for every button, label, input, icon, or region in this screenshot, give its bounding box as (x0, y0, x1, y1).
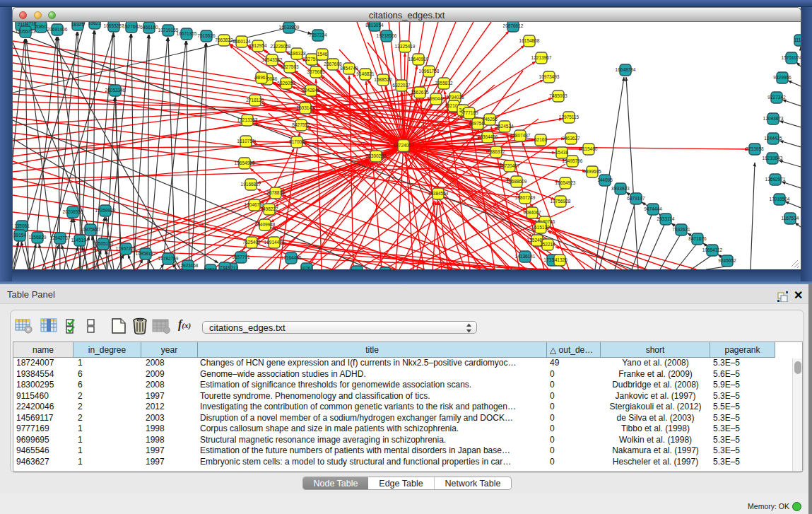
svg-text:12923468: 12923468 (178, 263, 199, 268)
svg-text:8471676: 8471676 (688, 236, 707, 241)
svg-text:16543382: 16543382 (262, 57, 283, 62)
svg-text:17164485: 17164485 (281, 255, 302, 260)
svg-text:1610755: 1610755 (237, 139, 255, 144)
svg-text:16654923: 16654923 (555, 180, 576, 185)
svg-text:2718126: 2718126 (246, 98, 264, 103)
svg-text:1588520: 1588520 (374, 77, 392, 82)
svg-text:746266: 746266 (482, 117, 498, 122)
svg-text:23300293: 23300293 (366, 153, 387, 158)
svg-text:12942737: 12942737 (50, 235, 71, 240)
svg-text:15495796: 15495796 (563, 158, 583, 163)
svg-text:19218506: 19218506 (377, 33, 397, 38)
svg-text:19821: 19821 (88, 22, 101, 25)
svg-text:1156829: 1156829 (29, 235, 47, 240)
svg-text:17359928: 17359928 (95, 208, 116, 213)
svg-text:2603144: 2603144 (296, 105, 314, 110)
svg-text:12505135: 12505135 (93, 241, 114, 246)
svg-text:9115460: 9115460 (580, 146, 598, 151)
svg-text:8427552: 8427552 (292, 122, 310, 127)
svg-text:8186328: 8186328 (288, 51, 306, 56)
svg-text:14055713: 14055713 (16, 29, 36, 34)
svg-text:9227342: 9227342 (767, 95, 786, 100)
svg-text:7357224: 7357224 (309, 33, 327, 37)
svg-text:12213363: 12213363 (237, 117, 258, 122)
svg-text:3624534: 3624534 (495, 124, 514, 129)
svg-text:135061: 135061 (14, 223, 30, 228)
svg-text:98961: 98961 (255, 75, 268, 80)
svg-text:10756928: 10756928 (551, 199, 571, 204)
svg-text:10807487: 10807487 (510, 133, 531, 138)
svg-text:16671355: 16671355 (177, 31, 197, 36)
svg-text:12093873: 12093873 (763, 116, 784, 121)
svg-text:1145194: 1145194 (71, 238, 89, 243)
svg-text:3213958: 3213958 (746, 146, 764, 151)
svg-text:10961758: 10961758 (419, 69, 440, 74)
svg-text:19654983: 19654983 (235, 160, 255, 165)
svg-text:6466160: 6466160 (140, 25, 158, 30)
svg-text:2933114: 2933114 (657, 216, 675, 221)
svg-text:7515526: 7515526 (197, 33, 216, 38)
svg-text:9463627: 9463627 (562, 136, 580, 141)
svg-text:8933923: 8933923 (611, 186, 630, 191)
svg-text:62160: 62160 (534, 137, 547, 142)
svg-text:9146821: 9146821 (356, 71, 375, 76)
svg-text:9242848: 9242848 (302, 88, 320, 93)
svg-text:18640910: 18640910 (408, 57, 429, 62)
svg-text:16033809: 16033809 (279, 25, 300, 30)
svg-text:18325: 18325 (71, 22, 84, 27)
svg-text:20053346: 20053346 (105, 88, 126, 93)
svg-text:19166827: 19166827 (241, 182, 261, 187)
svg-text:20206536: 20206536 (63, 209, 83, 214)
svg-text:141326: 141326 (552, 257, 567, 262)
svg-text:10719155: 10719155 (158, 28, 179, 33)
svg-text:6794028: 6794028 (446, 95, 464, 100)
svg-text:12975115: 12975115 (559, 115, 579, 119)
svg-text:1562615: 1562615 (411, 90, 429, 95)
svg-text:20691406: 20691406 (47, 27, 68, 32)
svg-text:0899695: 0899695 (583, 169, 601, 174)
svg-text:39154: 39154 (13, 233, 26, 238)
svg-text:20364436: 20364436 (478, 134, 498, 139)
svg-text:16154808: 16154808 (519, 38, 540, 43)
svg-text:10958187: 10958187 (136, 251, 156, 256)
svg-text:8660124: 8660124 (233, 39, 251, 44)
svg-text:10653287: 10653287 (104, 23, 124, 28)
svg-text:10688609: 10688609 (507, 179, 527, 184)
svg-text:9327503: 9327503 (281, 64, 299, 69)
svg-text:15438: 15438 (555, 150, 568, 155)
svg-text:18724007: 18724007 (394, 143, 414, 148)
svg-text:17957225: 17957225 (116, 246, 136, 251)
svg-text:7485003: 7485003 (549, 93, 567, 98)
svg-text:16914479: 16914479 (264, 240, 285, 245)
svg-text:3678835: 3678835 (266, 190, 285, 195)
svg-text:9777169: 9777169 (460, 110, 478, 115)
svg-text:10975887: 10975887 (81, 227, 101, 232)
svg-text:252214: 252214 (540, 242, 555, 247)
svg-text:5326058: 5326058 (277, 81, 295, 86)
svg-text:2367608: 2367608 (324, 62, 342, 66)
svg-text:8454749: 8454749 (340, 66, 358, 71)
svg-text:16648784: 16648784 (616, 67, 636, 72)
svg-text:1167534: 1167534 (782, 216, 799, 221)
svg-text:23226058: 23226058 (271, 44, 291, 49)
svg-text:11171: 11171 (794, 37, 801, 42)
svg-text:15751074: 15751074 (782, 55, 801, 60)
svg-text:20876612: 20876612 (503, 23, 524, 28)
svg-text:13692971: 13692971 (765, 177, 786, 182)
svg-text:9474444: 9474444 (644, 206, 662, 211)
svg-text:9084067: 9084067 (523, 210, 541, 215)
svg-text:3498222: 3498222 (260, 206, 278, 211)
svg-text:8813054: 8813054 (365, 23, 384, 28)
svg-text:3375685: 3375685 (307, 69, 325, 74)
svg-text:15409948: 15409948 (255, 222, 276, 227)
svg-text:16782759: 16782759 (158, 256, 179, 261)
svg-text:817006: 817006 (289, 139, 305, 144)
svg-text:1527602: 1527602 (122, 24, 141, 29)
svg-text:12213967: 12213967 (531, 55, 552, 60)
svg-text:18807249: 18807249 (515, 195, 536, 200)
svg-text:20891: 20891 (35, 24, 47, 29)
svg-text:14136141: 14136141 (515, 254, 536, 259)
svg-text:17016504: 17016504 (770, 197, 790, 201)
svg-text:15720407: 15720407 (500, 163, 520, 168)
svg-text:9329966: 9329966 (773, 75, 792, 80)
